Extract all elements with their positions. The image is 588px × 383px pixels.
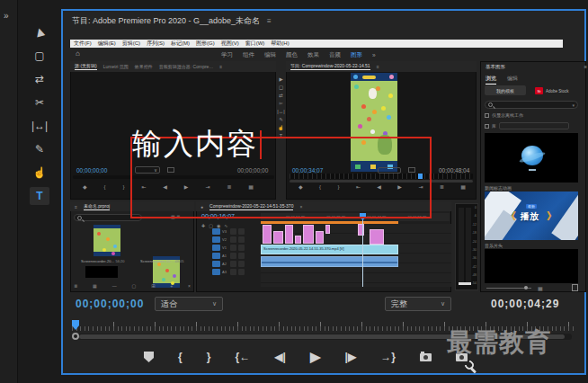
menu-item[interactable]: 视图(V): [221, 40, 239, 48]
ripple-edit-tool[interactable]: ⇄: [279, 92, 283, 99]
snap-icon[interactable]: ✚: [201, 223, 205, 228]
track-target-toggle[interactable]: [212, 269, 220, 275]
go-to-in-button[interactable]: {←: [236, 351, 251, 363]
menu-item[interactable]: 标记(M): [171, 40, 190, 48]
my-templates-button[interactable]: 我的模板: [485, 85, 526, 95]
checkbox-icon[interactable]: [485, 124, 489, 129]
menu-item[interactable]: 剪辑(C): [122, 40, 140, 48]
graphic-clip[interactable]: [316, 231, 324, 244]
track-select-tool[interactable]: ▢: [279, 84, 283, 91]
new-bin-icon[interactable]: ⊞: [151, 283, 155, 289]
graphic-clip[interactable]: [303, 225, 314, 244]
eg-grid-icon[interactable]: ▦: [538, 285, 543, 291]
mini-transport-icon[interactable]: {: [104, 184, 106, 190]
track-mute-toggle[interactable]: [238, 245, 245, 251]
track-lock-toggle[interactable]: [230, 245, 236, 251]
panel-menu-icon[interactable]: ≡: [75, 204, 77, 209]
mini-transport-icon[interactable]: ▦: [460, 183, 466, 190]
scrollbar-handle[interactable]: [72, 333, 79, 340]
track-select-tool[interactable]: ▢: [30, 47, 49, 65]
menu-item[interactable]: 文件(F): [74, 40, 92, 48]
step-forward-button[interactable]: |▶: [345, 351, 357, 363]
track-header-V2[interactable]: V2: [212, 236, 261, 244]
typed-text[interactable]: 输入内容: [132, 124, 262, 165]
new-item-icon[interactable]: [572, 284, 578, 291]
template-thumbnail-play-banner[interactable]: 《 》 最新 播放: [485, 192, 578, 240]
project-item-thumb[interactable]: [94, 225, 120, 256]
library-dropdown[interactable]: [499, 122, 569, 129]
track-mute-toggle[interactable]: [238, 261, 245, 267]
automate-icon[interactable]: ▢: [132, 283, 137, 289]
graphic-clip[interactable]: [325, 225, 330, 234]
template-thumbnail-planet[interactable]: [485, 133, 578, 183]
pen-tool[interactable]: ✎: [279, 116, 283, 123]
menu-item[interactable]: 帮助(H): [271, 40, 289, 48]
source-panel-tab[interactable]: Lumetri 范围: [103, 64, 129, 69]
track-target-toggle[interactable]: [212, 228, 220, 235]
list-view-icon[interactable]: ≣: [74, 283, 77, 289]
workspace-tab-颜色[interactable]: 颜色: [286, 51, 298, 59]
eg-search-input[interactable]: ▾: [485, 101, 578, 109]
workspace-overflow-icon[interactable]: »: [372, 52, 376, 58]
track-lock-toggle[interactable]: [230, 261, 236, 267]
workspace-tab-效果[interactable]: 效果: [307, 51, 319, 59]
track-target-toggle[interactable]: [212, 245, 220, 251]
play-button[interactable]: ▶: [310, 349, 321, 365]
track-header-A1[interactable]: A1: [212, 252, 261, 260]
track-lock-toggle[interactable]: [230, 236, 236, 243]
menu-item[interactable]: 序列(S): [147, 40, 165, 48]
mini-transport-icon[interactable]: ≣: [440, 183, 444, 190]
track-lock-toggle[interactable]: [230, 269, 236, 275]
add-marker-button[interactable]: [144, 352, 154, 362]
slip-tool[interactable]: |↔|: [277, 108, 284, 115]
menu-item[interactable]: 编辑(E): [98, 40, 116, 48]
eg-search-clear-icon[interactable]: ▾: [572, 102, 575, 108]
track-header-A2[interactable]: A2: [212, 260, 261, 268]
project-item-selected-thumb[interactable]: [85, 266, 118, 278]
hand-tool[interactable]: ☝: [30, 164, 49, 182]
track-header-V3[interactable]: V3: [212, 227, 261, 236]
timeline-playhead[interactable]: [362, 213, 363, 287]
ripple-edit-tool[interactable]: ⇄: [30, 70, 49, 88]
lift-button[interactable]: [420, 353, 432, 361]
zoom-slider-icon[interactable]: —: [112, 283, 117, 289]
go-to-out-button[interactable]: →}: [380, 351, 396, 363]
panel-menu-icon[interactable]: ≡: [267, 17, 272, 25]
eg-zoom-slider[interactable]: [486, 288, 531, 289]
workspace-tab-组件[interactable]: 组件: [243, 51, 254, 59]
track-target-toggle[interactable]: [212, 261, 220, 267]
delete-icon[interactable]: ×: [188, 283, 191, 289]
menu-item[interactable]: 窗口(W): [245, 40, 265, 48]
mini-transport-icon[interactable]: ◆: [83, 183, 87, 190]
panel-menu-icon[interactable]: ≡: [219, 64, 222, 69]
eg-tab-edit[interactable]: 编辑: [507, 75, 518, 83]
panel-menu-icon[interactable]: ≡: [584, 64, 587, 69]
razor-tool[interactable]: ✂: [30, 94, 49, 111]
project-tab-label[interactable]: 未命名.prproj: [84, 203, 110, 210]
pen-tool[interactable]: ✎: [30, 140, 49, 158]
new-item-icon[interactable]: +: [170, 283, 173, 289]
graphic-clip[interactable]: [370, 229, 384, 245]
track-mute-toggle[interactable]: [238, 236, 245, 243]
track-lock-toggle[interactable]: [230, 228, 236, 235]
eg-tab-browse[interactable]: 浏览: [486, 75, 496, 85]
track-mute-toggle[interactable]: [238, 269, 245, 275]
adobe-stock-label[interactable]: Adobe Stock: [546, 89, 569, 94]
razor-tool[interactable]: ✂: [279, 100, 283, 107]
graphic-clip[interactable]: [285, 225, 293, 244]
eg-filter-offline[interactable]: 仅显示离线工作: [485, 112, 523, 118]
track-mute-toggle[interactable]: [238, 228, 245, 235]
track-lock-toggle[interactable]: [230, 253, 236, 259]
zoom-level-dropdown[interactable]: 适合∨: [155, 297, 223, 311]
selection-tool[interactable]: ▶: [30, 23, 49, 41]
track-target-toggle[interactable]: [212, 253, 220, 259]
mark-in-button[interactable]: {: [178, 351, 183, 363]
source-panel-tab[interactable]: 效果控件: [135, 64, 153, 69]
type-tool[interactable]: T: [30, 187, 49, 205]
track-mute-toggle[interactable]: [238, 253, 245, 259]
hand-tool[interactable]: ☝: [278, 124, 284, 131]
graphic-clip[interactable]: [273, 231, 283, 244]
mini-transport-icon[interactable]: }: [122, 184, 124, 190]
slip-tool[interactable]: |↔|: [30, 117, 49, 135]
workspace-tab-编辑[interactable]: 编辑: [264, 51, 276, 59]
